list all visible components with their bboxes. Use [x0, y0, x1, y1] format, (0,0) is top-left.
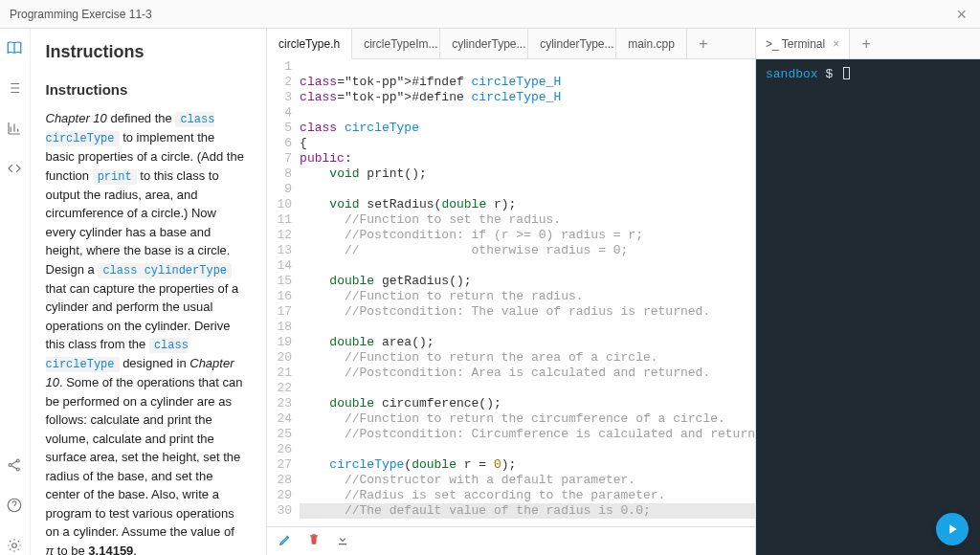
run-button[interactable]	[936, 513, 969, 545]
instructions-panel: Instructions Instructions Chapter 10 def…	[31, 29, 268, 555]
tab-circleTypeH[interactable]: circleType.h	[267, 29, 352, 59]
pencil-icon[interactable]	[278, 533, 292, 549]
pi-symbol: π	[46, 544, 55, 556]
list-icon[interactable]	[5, 78, 24, 98]
pi-value: 3.14159	[88, 544, 133, 556]
svg-point-2	[17, 468, 20, 471]
tab-mainCpp[interactable]: main.cpp	[616, 29, 687, 58]
left-iconbar	[0, 29, 31, 555]
gear-icon[interactable]	[5, 536, 24, 555]
book-icon[interactable]	[5, 38, 24, 57]
download-icon[interactable]	[336, 533, 349, 549]
line-gutter: 1234567891011121314151617181920212223242…	[267, 59, 298, 519]
tab-cylinderType2[interactable]: cylinderType...	[528, 29, 616, 58]
svg-point-4	[12, 544, 17, 548]
help-icon[interactable]	[5, 496, 24, 515]
terminal-body[interactable]: sandbox $	[756, 59, 980, 555]
terminal-tab[interactable]: >_ Terminal ×	[756, 29, 850, 58]
code-print: print	[93, 169, 137, 185]
svg-point-0	[9, 464, 11, 467]
code-editor[interactable]: 1234567891011121314151617181920212223242…	[267, 59, 755, 526]
terminal-tab-label: >_ Terminal	[766, 37, 825, 51]
file-tabs: circleType.h circleTypeIm... cylinderTyp…	[267, 29, 755, 59]
add-tab-icon[interactable]: +	[687, 29, 720, 58]
add-terminal-icon[interactable]: +	[850, 29, 882, 58]
share-icon[interactable]	[5, 455, 24, 475]
chapter-ref: Chapter 10	[46, 111, 107, 125]
close-terminal-icon[interactable]: ×	[833, 37, 839, 51]
terminal-prompt-path: sandbox	[766, 67, 818, 81]
chart-icon[interactable]	[5, 119, 24, 138]
code-icon[interactable]	[5, 159, 24, 178]
code-lines[interactable]: class="tok-pp">#ifndef circleType_Hclass…	[298, 59, 755, 519]
close-icon[interactable]: ×	[952, 6, 970, 23]
tab-circleTypeImp[interactable]: circleTypeIm...	[352, 29, 440, 58]
trash-icon[interactable]	[307, 533, 321, 549]
tab-cylinderType1[interactable]: cylinderType...	[440, 29, 528, 58]
instructions-body: Chapter 10 defined the class circleType …	[46, 109, 246, 555]
window-title: Programming Exercise 11-3	[10, 8, 152, 21]
section-instructions-title: Instructions	[46, 81, 246, 98]
svg-point-1	[17, 459, 20, 462]
terminal-prompt-symbol: $	[825, 67, 840, 81]
editor-toolbar	[267, 526, 755, 555]
code-cylinderType: class cylinderType	[98, 263, 232, 278]
instructions-heading: Instructions	[46, 42, 246, 62]
terminal-cursor	[843, 67, 850, 79]
terminal-tabs: >_ Terminal × +	[756, 29, 980, 59]
titlebar: Programming Exercise 11-3 ×	[0, 0, 980, 29]
